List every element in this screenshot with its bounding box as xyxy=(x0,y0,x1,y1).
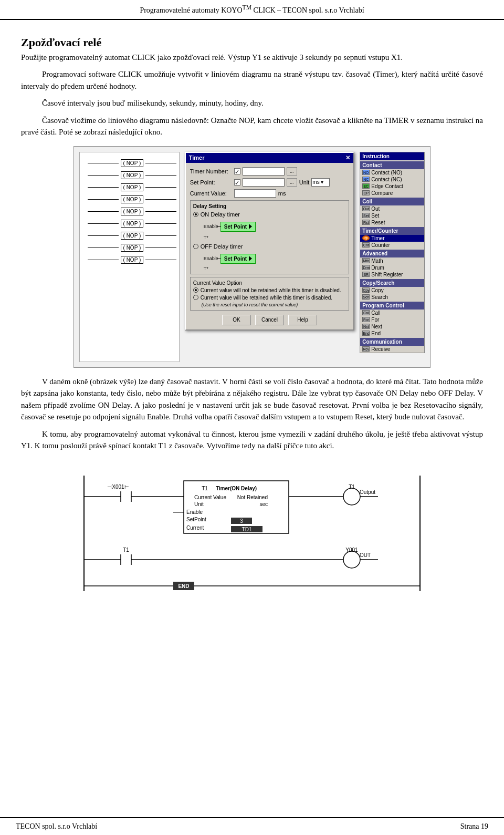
svg-point-18 xyxy=(343,551,360,568)
nop-box: ( NOP ) xyxy=(121,195,144,203)
unit-select[interactable]: ms ▾ xyxy=(311,178,330,187)
contact-nc-icon: NC xyxy=(362,177,370,182)
on-delay-radio[interactable] xyxy=(193,212,198,217)
section-title: Zpožďovací relé xyxy=(21,36,483,49)
edge-contact-label: Edge Contact xyxy=(371,183,403,189)
inst-item-counter[interactable]: CntCounter xyxy=(360,242,424,249)
set-point-check[interactable]: ✓ xyxy=(234,179,240,185)
k3-text: 3 xyxy=(240,518,243,524)
delay-section-title: Delay Setting xyxy=(193,203,346,209)
timer-number-row: Timer Number: ✓ ... xyxy=(190,167,350,176)
inst-item-out[interactable]: OutOut xyxy=(360,205,424,212)
t1-timer-ref: T1 xyxy=(202,486,208,491)
nop-box: ( NOP ) xyxy=(121,183,144,191)
compare-label: Compare xyxy=(371,190,393,196)
timer-dialog-title: Timer ✕ xyxy=(186,153,354,163)
inst-item-copy[interactable]: CpyCopy xyxy=(360,287,424,294)
enable-label-off: Enable xyxy=(204,256,218,261)
out-label-text: OUT xyxy=(360,552,371,558)
drum-label: Drum xyxy=(371,265,384,271)
nop-box: ( NOP ) xyxy=(121,208,144,215)
copy-icon: Cpy xyxy=(362,287,370,293)
inst-item-edge-contact[interactable]: ECEdge Contact xyxy=(360,183,424,190)
off-delay-row: OFF Delay timer xyxy=(193,243,346,250)
set-point-btn[interactable]: ... xyxy=(287,178,297,187)
set-icon: Set xyxy=(362,213,370,218)
call-icon: Cal xyxy=(362,310,370,315)
inst-item-timer[interactable]: T Timer xyxy=(360,235,424,242)
inst-item-call[interactable]: CalCall xyxy=(360,310,424,316)
option1-radio[interactable] xyxy=(193,287,198,293)
timer-number-btn[interactable]: ... xyxy=(287,167,297,176)
close-icon[interactable]: ✕ xyxy=(345,154,350,161)
paragraph-2: Časové intervaly jsou buď milisekundy, s… xyxy=(21,97,483,109)
inst-item-math[interactable]: MthMath xyxy=(360,257,424,264)
end-label: End xyxy=(371,331,381,336)
setpoint-text-bottom: SetPoint xyxy=(186,517,206,522)
shift-register-label: Shift Register xyxy=(371,272,403,277)
enable-text: Enable xyxy=(186,509,203,515)
inst-item-shift-register[interactable]: SRShift Register xyxy=(360,271,424,278)
page: Programovatelné automaty KOYOTM CLICK – … xyxy=(0,0,504,835)
dialog-buttons: OK Cancel Help xyxy=(190,315,350,325)
footer-company: TECON spol. s.r.o Vrchlabí xyxy=(16,822,97,831)
paragraph-4: V daném okně (obrázek výše) lze daný čas… xyxy=(21,376,483,423)
inst-item-drum[interactable]: DrmDrum xyxy=(360,264,424,271)
setpoint-arrow-off xyxy=(249,256,252,261)
inst-item-reset[interactable]: RstReset xyxy=(360,219,424,226)
ok-button[interactable]: OK xyxy=(222,315,251,325)
inst-item-contact-no[interactable]: NOContact (NO) xyxy=(360,169,424,176)
svg-point-11 xyxy=(343,488,360,505)
contact-nc-label: Contact (NC) xyxy=(371,177,402,182)
nop-box: ( NOP ) xyxy=(121,256,144,264)
set-point-row: Set Point: ✓ ... Unit ms ▾ xyxy=(190,178,350,187)
contact-no-label: Contact (NO) xyxy=(371,170,402,176)
current-value-text: Current Value xyxy=(194,494,226,500)
contact-no-icon: NO xyxy=(362,170,370,175)
option-row-2: Current value will be retained while thi… xyxy=(193,295,346,301)
current-value-display xyxy=(234,189,276,198)
out-label: Out xyxy=(371,206,380,212)
page-header: Programovatelné automaty KOYOTM CLICK – … xyxy=(0,0,504,20)
ladder-panel: ( NOP ) ( NOP ) ( NOP ) xyxy=(79,152,180,362)
nop-row-9: ( NOP ) xyxy=(82,256,176,264)
nop-row-8: ( NOP ) xyxy=(82,244,176,252)
timer-dialog-body: Timer Number: ✓ ... Set Point: ✓ ... Uni… xyxy=(186,163,354,329)
end-rung-label: END xyxy=(178,583,189,589)
next-label: Next xyxy=(371,324,382,329)
timer-counter-group-header: Timer/Counter xyxy=(360,227,424,235)
timer-block-title: Timer(ON Delay) xyxy=(216,486,257,491)
timer-number-input[interactable] xyxy=(243,167,285,176)
inst-item-contact-nc[interactable]: NCContact (NC) xyxy=(360,176,424,183)
dialog-title-text: Timer xyxy=(189,154,205,161)
delay-section: Delay Setting ON Delay timer Enable Set … xyxy=(190,200,350,274)
receive-icon: Rcv xyxy=(362,346,370,352)
timer-icon: T xyxy=(362,235,370,241)
drum-icon: Drm xyxy=(362,265,370,270)
inst-item-for[interactable]: ForFor xyxy=(360,316,424,323)
timer-number-check[interactable]: ✓ xyxy=(234,168,240,174)
inst-item-compare[interactable]: CPCompare xyxy=(360,190,424,197)
inst-item-next[interactable]: NxtNext xyxy=(360,323,424,330)
advanced-group-header: Advanced xyxy=(360,250,424,257)
out-icon: Out xyxy=(362,206,370,211)
instruction-panel: Instruction Contact NOContact (NO) NCCon… xyxy=(360,152,425,353)
inst-item-end[interactable]: EndEnd xyxy=(360,330,424,337)
paragraph-1: Programovací software CLICK umožňuje vyt… xyxy=(21,68,483,92)
help-button[interactable]: Help xyxy=(288,315,317,325)
inst-item-search[interactable]: SchSearch xyxy=(360,294,424,301)
inst-item-set[interactable]: SetSet xyxy=(360,212,424,219)
coil-group-header: Coil xyxy=(360,198,424,205)
option2-text: Current value will be retained while thi… xyxy=(201,295,332,301)
setpoint-diagram-off: Set Point xyxy=(220,254,256,264)
td1-text: TD1 xyxy=(242,527,252,532)
timer-area: ( NOP ) ( NOP ) ( NOP ) xyxy=(74,146,430,368)
on-delay-diagram: Enable Set Point xyxy=(204,222,346,232)
receive-label: Receive xyxy=(371,346,390,352)
inst-item-receive[interactable]: RcvReceive xyxy=(360,346,424,353)
option2-radio[interactable] xyxy=(193,295,198,300)
nop-row-1: ( NOP ) xyxy=(82,159,176,167)
off-delay-radio[interactable] xyxy=(193,244,198,249)
set-point-input[interactable] xyxy=(243,178,285,187)
cancel-button[interactable]: Cancel xyxy=(255,315,284,325)
